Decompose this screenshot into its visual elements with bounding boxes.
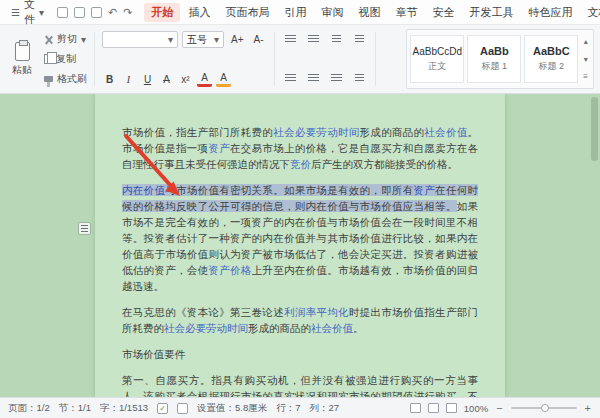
link-text[interactable]: 社会价值: [311, 322, 353, 334]
save-icon[interactable]: [74, 7, 85, 18]
file-menu-button[interactable]: ☰ 文件 ▾: [6, 0, 49, 27]
vertical-scrollbar[interactable]: [591, 97, 598, 394]
link-text[interactable]: 资产: [208, 142, 230, 154]
align-center-button[interactable]: [305, 71, 322, 86]
link-text[interactable]: 社会价值: [424, 126, 467, 138]
underline-button[interactable]: U: [140, 72, 155, 87]
ribbon-toolbar: 粘贴 剪切 ▾ 复制 格式刷: [0, 25, 600, 94]
font-name-select[interactable]: ▾: [102, 31, 178, 48]
paragraph-willing-buyer[interactable]: 第一、自愿买方。指具有购买动机，但并没有被强迫进行购买的一方当事人。该购买者会根…: [122, 372, 478, 397]
font-group: ▾ 五号 ▾ A+ A- B I U A x² A A: [102, 29, 267, 89]
font-style-row: B I U A x² A A: [102, 72, 267, 87]
font-size-select[interactable]: 五号 ▾: [182, 31, 224, 48]
strikethrough-button[interactable]: A: [159, 72, 174, 87]
gallery-down-icon[interactable]: ▾: [583, 55, 588, 64]
chevron-down-icon: ▾: [168, 34, 173, 45]
italic-button[interactable]: I: [121, 72, 136, 87]
text-run: 市场价值，指生产部门所耗费的: [122, 126, 273, 138]
cut-button[interactable]: 剪切 ▾: [44, 32, 87, 46]
clipboard-small-buttons: 剪切 ▾ 复制 格式刷: [44, 29, 87, 89]
link-text[interactable]: 资产价格: [208, 264, 251, 276]
text-run: 在马克思的《资本论》第三卷论述: [122, 306, 284, 318]
link-text[interactable]: 利润率平均化: [284, 306, 349, 318]
wps-writer-window: ☰ 文件 ▾ ↶ ↷ 开始 插入 页面布局 引用 审阅 视图 章节 安全 开发工…: [0, 0, 600, 418]
text-run: 市场价值要件: [122, 348, 185, 360]
format-painter-label: 格式刷: [57, 72, 87, 86]
paragraph-intrinsic-value[interactable]: 内在价值与市场价值有密切关系。如果市场是有效的，即所有资产在任何时候的价格均反映…: [122, 182, 478, 294]
text-run: 后产生的双方都能接受的价格。: [311, 158, 458, 170]
gallery-more-icon[interactable]: ≡: [583, 72, 588, 81]
paragraph-marx-capital[interactable]: 在马克思的《资本论》第三卷论述利润率平均化时提出市场价值指生产部门所耗费的社会必…: [122, 304, 478, 336]
paragraph-group: [282, 29, 368, 89]
paragraph-requirements-heading[interactable]: 市场价值要件: [122, 346, 478, 362]
outline-view-icon[interactable]: [428, 403, 439, 413]
increase-indent-button[interactable]: [351, 32, 368, 47]
tab-review[interactable]: 审阅: [314, 3, 350, 22]
decrease-indent-icon: [332, 35, 341, 44]
align-left-button[interactable]: [282, 71, 299, 86]
format-painter-button[interactable]: 格式刷: [44, 72, 87, 86]
redo-icon[interactable]: ↷: [123, 6, 132, 19]
tab-insert[interactable]: 插入: [181, 3, 217, 22]
paragraph-market-value-def[interactable]: 市场价值，指生产部门所耗费的社会必要劳动时间形成的商品的社会价值。市场价值是指一…: [122, 124, 478, 172]
spell-check-icon[interactable]: ✓: [157, 403, 168, 414]
zoom-slider-thumb[interactable]: [541, 404, 549, 412]
style-heading-2[interactable]: AaBbC 标题 2: [524, 35, 578, 83]
undo-icon[interactable]: ↶: [108, 6, 117, 19]
highlight-color-button[interactable]: A: [216, 72, 231, 87]
gallery-up-icon[interactable]: ▴: [583, 37, 588, 46]
tab-view[interactable]: 视图: [351, 3, 387, 22]
decrease-font-button[interactable]: A-: [251, 34, 267, 45]
numbered-list-icon: [308, 35, 319, 44]
superscript-button[interactable]: x²: [178, 72, 193, 87]
indent-setting-value: 设置值：5.8厘米: [197, 402, 267, 415]
scrollbar-thumb[interactable]: [591, 97, 598, 161]
tab-section[interactable]: 章节: [388, 3, 424, 22]
tab-developer[interactable]: 开发工具: [462, 3, 520, 22]
line-spacing-button[interactable]: [351, 71, 368, 86]
zoom-level[interactable]: 100%: [464, 403, 488, 414]
document-proof-icon[interactable]: [177, 403, 188, 414]
document-area: 市场价值，指生产部门所耗费的社会必要劳动时间形成的商品的社会价值。市场价值是指一…: [0, 94, 600, 397]
chevron-down-icon: ▾: [214, 34, 219, 45]
style-heading-1[interactable]: AaBb 标题 1: [467, 35, 521, 83]
view-zoom-controls: 100% − +: [410, 402, 592, 414]
bullet-list-button[interactable]: [282, 32, 299, 47]
decrease-indent-button[interactable]: [328, 32, 345, 47]
tab-page-layout[interactable]: 页面布局: [218, 3, 276, 22]
align-left-icon: [285, 74, 296, 83]
divider: [375, 32, 376, 86]
style-normal[interactable]: AaBbCcDd 正文: [410, 35, 464, 83]
selected-link-text[interactable]: 内在价值: [122, 184, 165, 196]
align-center-icon: [308, 74, 319, 83]
zoom-slider[interactable]: [511, 407, 577, 409]
tab-doc-assistant[interactable]: 文档助手: [580, 3, 600, 22]
new-document-icon[interactable]: [57, 7, 68, 18]
selected-link-text[interactable]: 资产: [414, 184, 436, 196]
paragraph-options-button[interactable]: [78, 222, 91, 235]
increase-font-button[interactable]: A+: [228, 34, 247, 45]
zoom-in-button[interactable]: +: [584, 402, 592, 414]
word-count[interactable]: 字：1/1513: [100, 402, 148, 415]
copy-button[interactable]: 复制: [44, 52, 87, 66]
document-text: 市场价值，指生产部门所耗费的社会必要劳动时间形成的商品的社会价值。市场价值是指一…: [95, 94, 505, 397]
link-text[interactable]: 竞价: [290, 158, 311, 170]
document-page[interactable]: 市场价值，指生产部门所耗费的社会必要劳动时间形成的商品的社会价值。市场价值是指一…: [95, 94, 505, 397]
tab-special-features[interactable]: 特色应用: [521, 3, 579, 22]
tab-references[interactable]: 引用: [277, 3, 313, 22]
web-view-icon[interactable]: [446, 403, 457, 413]
zoom-out-button[interactable]: −: [495, 402, 503, 414]
tab-home[interactable]: 开始: [144, 3, 180, 22]
bold-button[interactable]: B: [102, 72, 117, 87]
link-text[interactable]: 社会必要劳动时间: [164, 322, 248, 334]
page-view-icon[interactable]: [410, 403, 421, 413]
tab-security[interactable]: 安全: [425, 3, 461, 22]
paragraph-options-icon: [81, 225, 88, 232]
align-right-button[interactable]: [328, 71, 345, 86]
divider: [94, 32, 95, 86]
font-color-button[interactable]: A: [197, 72, 212, 87]
numbered-list-button[interactable]: [305, 32, 322, 47]
paste-button[interactable]: 粘贴: [6, 29, 38, 89]
link-text[interactable]: 社会必要劳动时间: [273, 126, 359, 138]
print-icon[interactable]: [91, 7, 102, 18]
